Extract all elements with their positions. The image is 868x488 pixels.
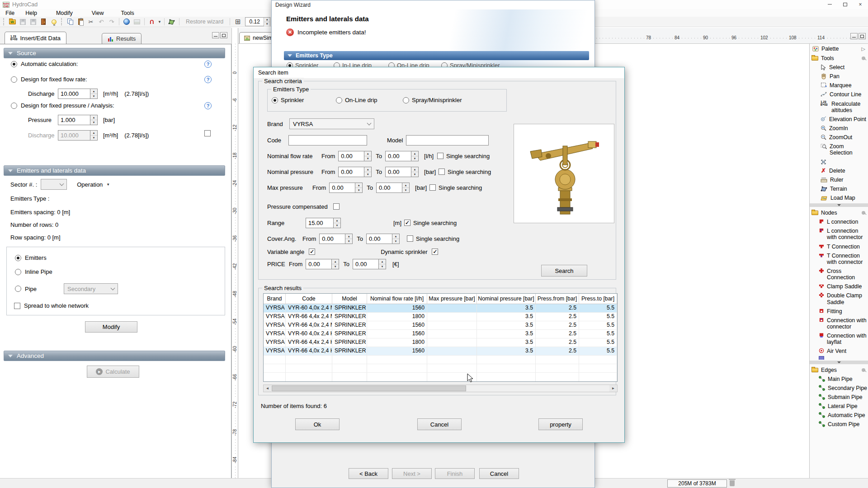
document-minimize-button[interactable] bbox=[850, 33, 858, 39]
flow-to-spinner[interactable]: ▲▼ bbox=[411, 151, 419, 161]
tool-delete[interactable]: ✗ Delete bbox=[810, 166, 868, 175]
tab-results[interactable]: Results bbox=[102, 33, 142, 44]
cover-to-input[interactable] bbox=[366, 234, 392, 244]
open-project-button[interactable]: W bbox=[8, 17, 17, 26]
node-t-connection[interactable]: T Connection bbox=[810, 242, 868, 251]
node-l-connection-connector[interactable]: L connection with connector bbox=[810, 226, 868, 242]
cover-from-spinner[interactable]: ▲▼ bbox=[345, 234, 353, 244]
scale-spinner[interactable]: 0.12 ▲▼ bbox=[245, 17, 270, 26]
tool-contour-line[interactable]: Contour Line bbox=[810, 90, 868, 99]
node-fitting[interactable]: Fitting bbox=[810, 307, 868, 316]
npressure-to-spinner[interactable]: ▲▼ bbox=[411, 167, 419, 177]
scroll-right-arrow[interactable]: ► bbox=[609, 385, 617, 392]
edges-section-header[interactable]: Edges bbox=[810, 365, 868, 375]
snap-dropdown-arrow[interactable]: ▼ bbox=[158, 20, 161, 24]
analysis-checkbox[interactable] bbox=[204, 130, 211, 136]
close-button[interactable]: × bbox=[853, 0, 868, 9]
trash-icon[interactable] bbox=[730, 480, 735, 486]
fixed-flow-rate-radio[interactable] bbox=[11, 76, 17, 83]
palette-scrollbar[interactable] bbox=[810, 203, 868, 207]
wizard-cancel-button[interactable]: Cancel bbox=[479, 468, 519, 479]
modify-button[interactable]: Modify bbox=[85, 321, 137, 333]
tool-recalculate-altitudes[interactable]: 1,23E+03 Recalculate altitudes bbox=[810, 99, 868, 115]
range-single-checkbox[interactable]: ✓ bbox=[404, 220, 410, 226]
grid-button[interactable]: ⊞ bbox=[233, 18, 243, 26]
hint-button[interactable] bbox=[49, 17, 58, 26]
node-cross-connection[interactable]: Cross Connection bbox=[810, 267, 868, 282]
maxpressure-from-spinner[interactable]: ▲▼ bbox=[355, 183, 363, 193]
variable-angle-checkbox[interactable]: ✓ bbox=[309, 249, 315, 255]
maxpressure-to-spinner[interactable]: ▲▼ bbox=[402, 183, 410, 193]
save-button[interactable] bbox=[18, 17, 27, 26]
help-icon[interactable]: ? bbox=[204, 102, 212, 109]
tool-elevation-point[interactable]: Elevation Point bbox=[810, 115, 868, 124]
node-l-connection[interactable]: L connection bbox=[810, 217, 868, 226]
export-image-button[interactable] bbox=[132, 17, 142, 26]
menu-help[interactable]: Help bbox=[20, 9, 42, 17]
pin-icon[interactable] bbox=[862, 211, 865, 215]
panel-maximize-button[interactable] bbox=[220, 32, 227, 38]
menu-file[interactable]: File bbox=[0, 9, 20, 17]
npressure-single-checkbox[interactable] bbox=[439, 169, 445, 175]
flow-single-checkbox[interactable] bbox=[437, 153, 443, 159]
maxpressure-single-checkbox[interactable] bbox=[429, 184, 436, 191]
online-drip-radio[interactable] bbox=[336, 97, 342, 103]
operation-dropdown-arrow[interactable]: ▼ bbox=[106, 183, 110, 187]
toolbar-drag-handle[interactable] bbox=[3, 18, 5, 25]
cut-button[interactable]: ✂ bbox=[86, 17, 95, 26]
range-input[interactable] bbox=[306, 218, 334, 228]
edge-submain-pipe[interactable]: Submain Pipe bbox=[810, 393, 868, 402]
table-row[interactable]: VYRSAVYR-66 4,0x 2,4 HSPRINKLER15603.52.… bbox=[264, 347, 617, 356]
node-air-vent[interactable]: Air Vent bbox=[810, 347, 868, 356]
flow-from-input[interactable] bbox=[338, 151, 364, 161]
npressure-from-input[interactable] bbox=[338, 167, 364, 177]
finish-button[interactable]: Finish bbox=[435, 468, 475, 479]
table-row[interactable]: VYRSAVYR-60 4,0x 2,4 MSPRINKLER15603.52.… bbox=[264, 304, 617, 313]
next-button[interactable]: Next > bbox=[392, 468, 432, 479]
table-row[interactable]: VYRSAVYR-66 4,4x 2,4 MSPRINKLER18003.52.… bbox=[264, 313, 617, 321]
tool-load-map[interactable]: Load Map bbox=[810, 193, 868, 202]
google-earth-button[interactable] bbox=[122, 17, 131, 26]
search-dialog-title-bar[interactable]: Search item bbox=[254, 67, 624, 78]
node-t-connection-connector[interactable]: T Connection with connector bbox=[810, 251, 868, 267]
tool-pan[interactable]: Pan bbox=[810, 72, 868, 81]
tool-ruler[interactable]: Ruler bbox=[810, 175, 868, 184]
back-button[interactable]: < Back bbox=[349, 468, 388, 479]
node-double-clamp-saddle[interactable]: Double Clamp Saddle bbox=[810, 291, 868, 306]
results-horizontal-scrollbar[interactable]: ◄ ► bbox=[263, 385, 618, 392]
search-button[interactable]: Search bbox=[541, 265, 587, 277]
table-row[interactable]: VYRSAVYR-60 4,0x 2,4 HSPRINKLER15603.52.… bbox=[264, 330, 617, 338]
emitters-radio[interactable] bbox=[15, 255, 21, 261]
discharge2-spinner[interactable]: ▲▼ bbox=[90, 130, 98, 141]
copy-button[interactable] bbox=[66, 17, 75, 26]
pressure-input[interactable] bbox=[58, 115, 90, 125]
model-input[interactable] bbox=[406, 135, 489, 145]
price-to-input[interactable] bbox=[353, 259, 379, 269]
help-icon[interactable]: ? bbox=[204, 61, 212, 68]
fixed-pressure-radio[interactable] bbox=[11, 103, 17, 109]
pressure-compensated-checkbox[interactable] bbox=[333, 203, 340, 210]
spray-minisprinkler-radio[interactable] bbox=[403, 97, 409, 103]
scrollbar-thumb[interactable] bbox=[272, 385, 466, 391]
price-from-input[interactable] bbox=[306, 259, 332, 269]
exit-button[interactable] bbox=[39, 17, 48, 26]
sector-select[interactable] bbox=[41, 179, 67, 190]
flow-from-spinner[interactable]: ▲▼ bbox=[364, 151, 372, 161]
tool-select[interactable]: Select bbox=[810, 63, 868, 72]
menu-modify[interactable]: Modify bbox=[51, 9, 78, 17]
price-from-spinner[interactable]: ▲▼ bbox=[332, 259, 339, 269]
tools-section-header[interactable]: Tools bbox=[810, 53, 868, 63]
pressure-spinner[interactable]: ▲▼ bbox=[90, 115, 98, 125]
node-connection-with-layflat[interactable]: Connection with layflat bbox=[810, 331, 868, 347]
tool-view-all[interactable] bbox=[810, 158, 868, 166]
discharge-input[interactable] bbox=[58, 89, 90, 99]
tool-marquee[interactable]: Marquee bbox=[810, 81, 868, 90]
maxpressure-from-input[interactable] bbox=[329, 183, 355, 193]
brand-select[interactable]: VYRSA bbox=[289, 118, 374, 129]
table-row[interactable]: VYRSAVYR-66 4,4x 2,4 HSPRINKLER18003.52.… bbox=[264, 338, 617, 347]
menu-tools[interactable]: Tools bbox=[116, 9, 140, 17]
cover-from-input[interactable] bbox=[319, 234, 345, 244]
results-table[interactable]: Brand Code Model Nominal flow rate [l/h]… bbox=[263, 293, 618, 382]
operation-label[interactable]: Operation bbox=[77, 181, 103, 188]
tool-terrain[interactable]: Terrain bbox=[810, 184, 868, 193]
